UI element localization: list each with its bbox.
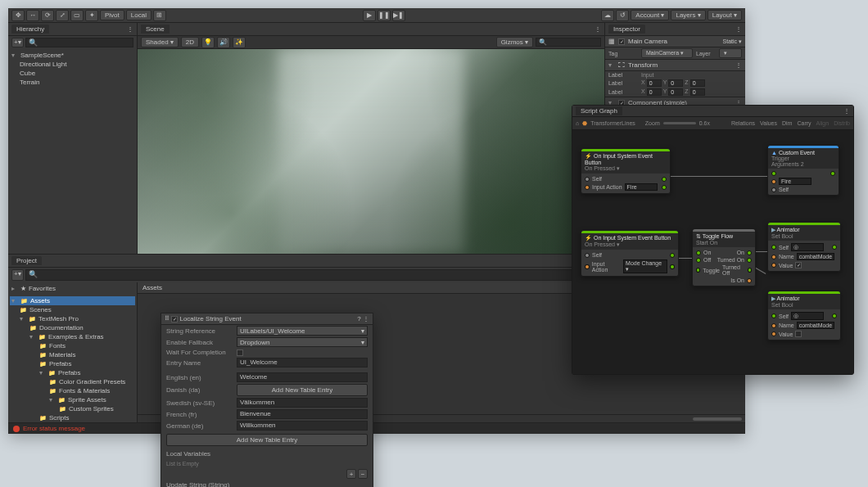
graph-node-set-bool-1[interactable]: ▶ AnimatorSet Bool Self◎ NamecombatMode … (767, 222, 841, 272)
pivot-button[interactable]: Pivot (100, 10, 124, 20)
carry-toggle[interactable]: Carry (797, 120, 811, 126)
input-action-field[interactable]: Fire (625, 183, 658, 191)
enabled-checkbox[interactable] (618, 38, 625, 45)
wait-completion-checkbox[interactable] (237, 349, 243, 356)
folder-row[interactable]: 📁 Prefabs (10, 359, 135, 368)
graph-node-custom-event[interactable]: ▲ Custom EventTriggerArguments 2 Fire Se… (767, 145, 839, 196)
step-icon[interactable]: ▶❚ (392, 10, 405, 21)
input-port[interactable] (771, 331, 776, 336)
input-port[interactable] (585, 264, 590, 269)
pos-z-field[interactable]: 0 (690, 79, 705, 87)
script-graph-window[interactable]: Script Graph ⋮ ⌂ ⬣ TransformerLines Zoom… (572, 105, 854, 375)
static-dropdown[interactable]: Static ▾ (723, 38, 742, 45)
input-port[interactable] (585, 185, 590, 190)
grip-icon[interactable]: ⠿ (165, 315, 170, 322)
breadcrumb[interactable]: Assets (142, 284, 162, 291)
value-checkbox[interactable] (795, 331, 802, 337)
transform-tool-icon[interactable]: ✦ (85, 10, 98, 21)
input-port[interactable] (696, 250, 701, 255)
self-field[interactable]: ◎ (791, 243, 824, 251)
folder-row[interactable]: 📁 Scripts (10, 413, 135, 422)
play-icon[interactable]: ▶ (363, 10, 376, 21)
layer-dropdown[interactable]: ▾ (719, 48, 742, 58)
folder-row[interactable]: ▾📁 Sprite Assets (10, 395, 135, 404)
folder-row[interactable]: 📁 Documentation (10, 323, 135, 332)
hierarchy-item[interactable]: Cube (10, 69, 135, 78)
output-port[interactable] (830, 171, 835, 176)
folder-row[interactable]: ▾📁 Examples & Extras (10, 332, 135, 341)
inspector-tab[interactable]: Inspector (608, 25, 645, 34)
output-port[interactable] (747, 250, 752, 255)
name-field[interactable]: combatMode (797, 253, 834, 260)
add-table-entry-button[interactable]: Add New Table Entry (166, 434, 368, 446)
project-tab[interactable]: Project (11, 256, 42, 265)
output-port[interactable] (747, 278, 752, 283)
output-port[interactable] (662, 177, 667, 182)
enable-fallback-dropdown[interactable]: Dropdown▾ (237, 337, 368, 347)
input-port[interactable] (585, 253, 590, 258)
align-toggle[interactable]: Align (816, 120, 830, 126)
shaded-dropdown[interactable]: Shaded ▾ (141, 37, 179, 47)
value-checkbox[interactable] (795, 262, 802, 268)
scene-tab[interactable]: Scene (141, 25, 170, 34)
graph-node-input-event-1[interactable]: ⚡ On Input System Event ButtonOn Pressed… (581, 148, 671, 194)
status-bar[interactable]: Error status message (8, 422, 745, 434)
script-graph-tab[interactable]: Script Graph (576, 106, 622, 115)
values-toggle[interactable]: Values (760, 120, 777, 126)
layout-dropdown[interactable]: Layout ▾ (708, 10, 742, 20)
locale-en-field[interactable]: Welcome (237, 372, 368, 382)
pos-x-field[interactable]: 0 (647, 79, 662, 87)
relations-toggle[interactable]: Relations (731, 120, 755, 126)
rot-y-field[interactable]: 0 (668, 88, 683, 96)
layers-dropdown[interactable]: Layers ▾ (671, 10, 705, 20)
rect-tool-icon[interactable]: ▭ (70, 10, 84, 21)
input-port[interactable] (585, 177, 590, 182)
graph-node-input-event-2[interactable]: ⚡ On Input System Event ButtonOn Pressed… (581, 230, 679, 277)
home-icon[interactable]: ⌂ (576, 120, 579, 126)
localize-string-event-window[interactable]: ⠿ Localize String Event ? ⋮ String Refer… (160, 313, 373, 487)
create-dropdown[interactable]: +▾ (11, 38, 24, 47)
output-port[interactable] (670, 264, 675, 269)
event-name-field[interactable]: Fire (779, 178, 811, 185)
undo-history-icon[interactable]: ↺ (616, 10, 629, 21)
folder-row[interactable]: 📁 Materials (10, 350, 135, 359)
input-action-field[interactable]: Mode Change ▾ (623, 259, 667, 273)
graph-node-set-bool-2[interactable]: ▶ AnimatorSet Bool Self◎ NamecombatMode … (767, 291, 841, 340)
cloud-icon[interactable]: ☁ (601, 10, 614, 21)
output-port[interactable] (832, 245, 837, 250)
remove-variable-button[interactable]: − (358, 469, 368, 479)
component-checkbox[interactable] (171, 316, 178, 322)
input-port[interactable] (771, 263, 776, 268)
two-d-toggle[interactable]: 2D (181, 37, 199, 47)
input-port[interactable] (696, 258, 701, 263)
favorites-row[interactable]: ▸★ Favorites (10, 284, 135, 293)
input-port[interactable] (771, 187, 776, 192)
hand-tool-icon[interactable]: ✥ (11, 10, 25, 21)
input-port[interactable] (771, 179, 776, 184)
rotate-tool-icon[interactable]: ⟳ (41, 10, 54, 21)
dim-toggle[interactable]: Dim (782, 120, 792, 126)
pause-icon[interactable]: ❚❚ (377, 10, 391, 21)
gizmos-dropdown[interactable]: Gizmos ▾ (496, 37, 533, 47)
scene-viewport[interactable] (138, 49, 604, 254)
locale-fr-field[interactable]: Bienvenue (237, 409, 368, 419)
output-port[interactable] (748, 268, 752, 273)
folder-row[interactable]: 📁 Fonts (10, 341, 135, 350)
scene-row[interactable]: ▾SampleScene* (10, 51, 135, 60)
distrib-toggle[interactable]: Distrib (834, 120, 850, 126)
zoom-slider[interactable] (663, 122, 696, 124)
help-icon[interactable]: ? (357, 315, 360, 322)
input-port[interactable] (771, 323, 776, 328)
name-field[interactable]: combatMode (797, 322, 834, 329)
lighting-icon[interactable]: 💡 (201, 37, 215, 48)
graph-node-toggle-flow[interactable]: ⇅ Toggle FlowStart On OnOn OffTurned On … (692, 228, 756, 286)
folder-row[interactable]: 📁 Custom Sprites (10, 404, 135, 413)
graph-canvas[interactable]: ⚡ On Input System Event ButtonOn Pressed… (572, 130, 853, 374)
menu-icon[interactable]: ⋮ (363, 315, 369, 322)
folder-row[interactable]: ▾📁 Prefabs (10, 368, 135, 377)
output-port[interactable] (670, 253, 675, 258)
local-button[interactable]: Local (126, 10, 151, 20)
project-create-dropdown[interactable]: +▾ (11, 269, 24, 281)
rot-x-field[interactable]: 0 (647, 88, 662, 96)
add-entry-da-button[interactable]: Add New Table Entry (237, 384, 368, 396)
